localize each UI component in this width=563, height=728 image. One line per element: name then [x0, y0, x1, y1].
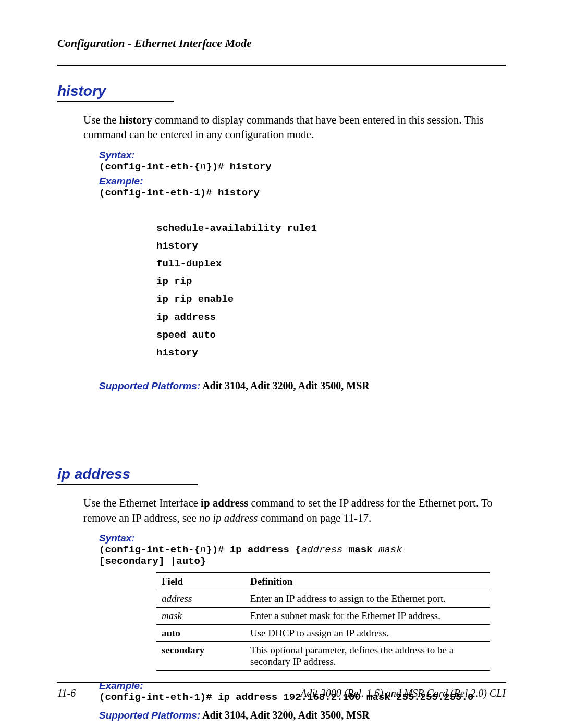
- ipaddress-platforms: Supported Platforms: Adit 3104, Adit 320…: [99, 709, 506, 721]
- running-header: Configuration - Ethernet Interface Mode: [57, 36, 506, 66]
- section-history: history Use the history command to displ…: [57, 83, 506, 392]
- table-row: address Enter an IP address to assign to…: [156, 590, 490, 607]
- th-definition: Definition: [245, 573, 490, 590]
- code: })# ip address {: [206, 544, 301, 556]
- footer-doc-title: Adit 3000 (Rel. 1.6) and MSR Card (Rel 2…: [300, 687, 506, 699]
- page-footer: 11-6 Adit 3000 (Rel. 1.6) and MSR Card (…: [57, 682, 506, 699]
- ipaddress-intro: Use the Ethernet Interface ip address co…: [83, 496, 506, 525]
- output-line: ip rip enable: [156, 290, 506, 308]
- variable-n: n: [200, 544, 206, 556]
- section-title-ipaddress: ip address: [57, 466, 198, 485]
- output-line: full-duplex: [156, 255, 506, 273]
- page: Configuration - Ethernet Interface Mode …: [0, 0, 563, 728]
- history-platforms: Supported Platforms: Adit 3104, Adit 320…: [99, 380, 506, 392]
- table-row: mask Enter a subnet mask for the Etherne…: [156, 607, 490, 624]
- field-name: address: [162, 593, 192, 604]
- ipaddress-field-table: Field Definition address Enter an IP add…: [156, 572, 490, 671]
- output-line: ip rip: [156, 273, 506, 290]
- inline-command: ip address: [201, 497, 248, 509]
- history-example: (config-int-eth-1)# history: [99, 187, 454, 199]
- table-row: secondary This optional parameter, defin…: [156, 641, 490, 670]
- field-name: secondary: [162, 645, 204, 656]
- history-syntax: (config-int-eth-{n})# history: [99, 161, 454, 172]
- supported-platforms-value: Adit 3104, Adit 3200, Adit 3500, MSR: [200, 709, 369, 721]
- output-line: ip address: [156, 309, 506, 326]
- output-line: speed auto: [156, 326, 506, 344]
- variable-address: address: [301, 544, 343, 556]
- variable-mask: mask: [378, 544, 402, 556]
- field-name: mask: [162, 610, 182, 621]
- field-cell: auto: [156, 624, 245, 641]
- history-output: schedule-availability rule1 history full…: [156, 219, 506, 362]
- table-header-row: Field Definition: [156, 573, 490, 590]
- syntax-label: Syntax:: [99, 150, 155, 161]
- field-cell: address: [156, 590, 245, 607]
- output-line: history: [156, 237, 506, 255]
- text: command on page 11-17.: [258, 512, 371, 524]
- output-line: schedule-availability rule1: [156, 219, 506, 237]
- field-cell: mask: [156, 607, 245, 624]
- syntax-label: Syntax:: [99, 533, 155, 544]
- history-syntax-row: Syntax: (config-int-eth-{n})# history: [99, 150, 506, 172]
- code: mask: [343, 544, 378, 556]
- variable-n: n: [200, 161, 206, 172]
- output-line: history: [156, 344, 506, 362]
- code: })# history: [206, 161, 271, 172]
- supported-platforms-label: Supported Platforms:: [99, 380, 200, 391]
- text: Use the: [83, 114, 119, 126]
- spacer: [57, 392, 506, 449]
- code: (config-int-eth-{: [99, 161, 200, 172]
- field-cell: secondary: [156, 641, 245, 670]
- code: (config-int-eth-{: [99, 544, 200, 556]
- definition-cell: Enter an IP address to assign to the Eth…: [245, 590, 490, 607]
- ipaddress-syntax: (config-int-eth-{n})# ip address {addres…: [99, 544, 454, 567]
- field-name: auto: [162, 627, 180, 638]
- ipaddress-table-wrap: Field Definition address Enter an IP add…: [156, 572, 506, 671]
- page-number: 11-6: [57, 687, 76, 699]
- th-field: Field: [156, 573, 245, 590]
- section-title-history: history: [57, 83, 174, 102]
- inline-command: history: [119, 114, 152, 126]
- history-intro: Use the history command to display comma…: [83, 113, 506, 142]
- definition-cell: This optional parameter, defines the add…: [245, 641, 490, 670]
- text: Use the Ethernet Interface: [83, 497, 201, 509]
- supported-platforms-value: Adit 3104, Adit 3200, Adit 3500, MSR: [200, 380, 369, 391]
- example-label: Example:: [99, 176, 155, 187]
- ipaddress-syntax-row: Syntax: (config-int-eth-{n})# ip address…: [99, 533, 506, 567]
- definition-cell: Enter a subnet mask for the Ethernet IP …: [245, 607, 490, 624]
- table-row: auto Use DHCP to assign an IP address.: [156, 624, 490, 641]
- supported-platforms-label: Supported Platforms:: [99, 710, 200, 721]
- history-example-row: Example: (config-int-eth-1)# history: [99, 176, 506, 199]
- definition-cell: Use DHCP to assign an IP address.: [245, 624, 490, 641]
- inline-reference: no ip address: [199, 512, 258, 524]
